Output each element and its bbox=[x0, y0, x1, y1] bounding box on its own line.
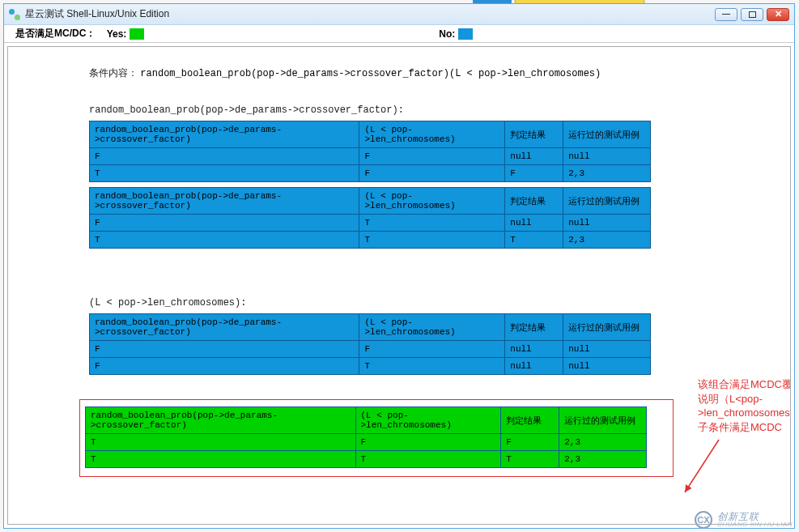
mcdc-satisfied-highlight: random_boolean_prob(pop->de_params->cros… bbox=[79, 399, 674, 477]
no-label: No: bbox=[439, 28, 455, 40]
content-panel: 条件内容： random_boolean_prob(pop->de_params… bbox=[7, 46, 791, 525]
table-row: F T null null bbox=[90, 215, 651, 232]
mcdc-question: 是否满足MC/DC： bbox=[15, 27, 96, 40]
cell: T bbox=[86, 451, 356, 468]
cell: T bbox=[90, 165, 359, 182]
close-icon: ✕ bbox=[775, 10, 782, 19]
table-row: F F null null bbox=[90, 341, 651, 358]
cell: null bbox=[505, 358, 563, 375]
section2-table2: random_boolean_prob(pop->de_params->cros… bbox=[85, 406, 647, 468]
condition-value: random_boolean_prob(pop->de_params->cros… bbox=[140, 68, 601, 79]
table-header-row: random_boolean_prob(pop->de_params->cros… bbox=[90, 188, 651, 215]
app-window: 星云测试 Shell-Linux/Unix Edition ✕ 是否满足MC/D… bbox=[3, 3, 795, 529]
cell: T bbox=[505, 232, 563, 249]
cell: T bbox=[355, 451, 501, 468]
section2-title: (L < pop->len_chromosomes): bbox=[89, 297, 717, 309]
col-header-a: random_boolean_prob(pop->de_params->cros… bbox=[90, 188, 359, 215]
col-header-c: 判定结果 bbox=[505, 314, 563, 341]
cell: F bbox=[90, 215, 359, 232]
cell: F bbox=[90, 148, 359, 165]
condition-line: 条件内容： random_boolean_prob(pop->de_params… bbox=[89, 66, 717, 80]
table-row: T F F 2,3 bbox=[86, 434, 647, 451]
window-controls: ✕ bbox=[715, 8, 789, 21]
col-header-a: random_boolean_prob(pop->de_params->cros… bbox=[90, 314, 359, 341]
minimize-button[interactable] bbox=[715, 8, 737, 21]
table-header-row: random_boolean_prob(pop->de_params->cros… bbox=[86, 407, 647, 434]
col-header-b: (L < pop->len_chromosomes) bbox=[359, 314, 505, 341]
cell: null bbox=[505, 148, 563, 165]
table-row: T F F 2,3 bbox=[90, 165, 651, 182]
cell: F bbox=[359, 341, 505, 358]
table-row: F F null null bbox=[90, 148, 651, 165]
cell: F bbox=[355, 434, 501, 451]
cell: T bbox=[90, 232, 359, 249]
cell: F bbox=[359, 165, 505, 182]
table-header-row: random_boolean_prob(pop->de_params->cros… bbox=[90, 314, 651, 341]
cell: 2,3 bbox=[563, 165, 651, 182]
maximize-icon bbox=[749, 11, 756, 18]
table-row: T T T 2,3 bbox=[86, 451, 647, 468]
cell: 2,3 bbox=[559, 451, 647, 468]
cell: F bbox=[505, 165, 563, 182]
watermark-logo-icon: CX bbox=[695, 511, 712, 529]
cell: T bbox=[359, 215, 505, 232]
cell: T bbox=[359, 232, 505, 249]
cell: null bbox=[563, 341, 651, 358]
col-header-d: 运行过的测试用例 bbox=[563, 314, 651, 341]
window-title: 星云测试 Shell-Linux/Unix Edition bbox=[25, 7, 169, 21]
section1-table1: random_boolean_prob(pop->de_params->cros… bbox=[89, 121, 651, 182]
cell: 2,3 bbox=[563, 232, 651, 249]
close-button[interactable]: ✕ bbox=[767, 8, 789, 21]
no-color-indicator bbox=[458, 28, 473, 40]
col-header-b: (L < pop->len_chromosomes) bbox=[359, 188, 505, 215]
condition-label: 条件内容： bbox=[89, 67, 138, 79]
table-row: F T null null bbox=[90, 358, 651, 375]
section2-table1: random_boolean_prob(pop->de_params->cros… bbox=[89, 313, 651, 375]
minimize-icon bbox=[722, 14, 730, 15]
yes-label: Yes: bbox=[107, 28, 127, 40]
col-header-a: random_boolean_prob(pop->de_params->cros… bbox=[86, 407, 356, 434]
cell: 2,3 bbox=[559, 434, 647, 451]
cell: F bbox=[90, 358, 359, 375]
section1-table2: random_boolean_prob(pop->de_params->cros… bbox=[89, 187, 651, 249]
cell: T bbox=[86, 434, 356, 451]
col-header-d: 运行过的测试用例 bbox=[563, 121, 651, 148]
cell: null bbox=[563, 148, 651, 165]
annotation-text: 该组合满足MCDC覆盖说明（L<pop->len_chromosomes）子条件… bbox=[698, 377, 791, 434]
col-header-d: 运行过的测试用例 bbox=[559, 407, 647, 434]
cell: null bbox=[563, 358, 651, 375]
titlebar: 星云测试 Shell-Linux/Unix Edition ✕ bbox=[4, 4, 794, 25]
cell: F bbox=[90, 341, 359, 358]
cell: null bbox=[505, 341, 563, 358]
yes-color-indicator bbox=[130, 28, 144, 40]
cell: T bbox=[359, 358, 505, 375]
cell: F bbox=[501, 434, 559, 451]
col-header-a: random_boolean_prob(pop->de_params->cros… bbox=[90, 121, 359, 148]
col-header-c: 判定结果 bbox=[505, 188, 563, 215]
mcdc-status-bar: 是否满足MC/DC： Yes: No: bbox=[4, 25, 794, 43]
watermark-py: CHUANG XIN HU LIAN bbox=[717, 521, 793, 528]
app-logo-icon bbox=[9, 9, 20, 20]
table-header-row: random_boolean_prob(pop->de_params->cros… bbox=[90, 121, 651, 148]
cell: F bbox=[359, 148, 505, 165]
col-header-c: 判定结果 bbox=[501, 407, 559, 434]
col-header-b: (L < pop->len_chromosomes) bbox=[355, 407, 501, 434]
cell: null bbox=[505, 215, 563, 232]
cell: T bbox=[501, 451, 559, 468]
maximize-button[interactable] bbox=[741, 8, 763, 21]
col-header-b: (L < pop->len_chromosomes) bbox=[359, 121, 505, 148]
watermark: CX 创新互联 CHUANG XIN HU LIAN bbox=[695, 511, 793, 529]
col-header-c: 判定结果 bbox=[505, 121, 563, 148]
col-header-d: 运行过的测试用例 bbox=[563, 188, 651, 215]
cell: null bbox=[563, 215, 651, 232]
section1-title: random_boolean_prob(pop->de_params->cros… bbox=[89, 104, 717, 116]
table-row: T T T 2,3 bbox=[90, 232, 651, 249]
